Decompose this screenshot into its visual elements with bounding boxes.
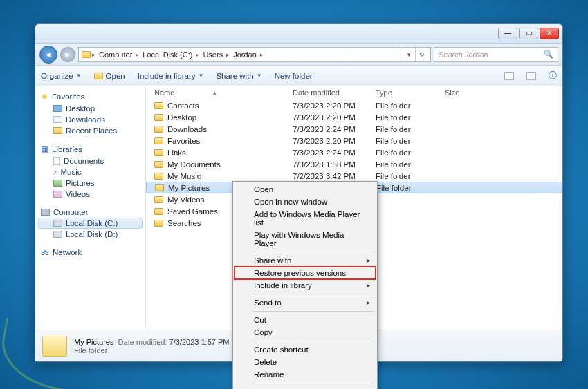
chevron-down-icon: ▼ (76, 73, 82, 79)
documents-icon (53, 157, 60, 165)
folder-icon (94, 73, 103, 79)
maximize-button[interactable]: ▭ (519, 28, 538, 39)
command-toolbar: Organize▼ Open Include in library▼ Share… (35, 66, 562, 86)
ctx-send-to[interactable]: Send to (235, 296, 376, 309)
sidebar-item-videos[interactable]: Videos (38, 189, 143, 200)
folder-icon (154, 137, 163, 144)
new-folder-button[interactable]: New folder (275, 72, 313, 80)
file-type: File folder (376, 172, 445, 180)
network-header[interactable]: 🖧Network (38, 247, 143, 258)
details-type: File folder (74, 346, 229, 354)
minimize-button[interactable]: — (498, 28, 517, 39)
file-type: File folder (376, 184, 445, 192)
folder-icon (154, 208, 163, 215)
column-type[interactable]: Type (376, 88, 445, 97)
column-name[interactable]: Name▲ (154, 88, 293, 97)
share-with-menu[interactable]: Share with▼ (216, 72, 261, 80)
file-row[interactable]: My Music7/2/2023 3:42 PMFile folder (146, 170, 562, 182)
sidebar-item-documents[interactable]: Documents (38, 155, 143, 167)
file-row[interactable]: Desktop7/3/2023 2:20 PMFile folder (146, 111, 562, 123)
address-dropdown[interactable]: ▾ (403, 48, 415, 61)
ctx-copy[interactable]: Copy (235, 326, 376, 339)
sidebar-item-downloads[interactable]: Downloads (38, 114, 143, 125)
ctx-include-in-library[interactable]: Include in library (235, 279, 376, 292)
ctx-play-wmp[interactable]: Play with Windows Media Player (235, 229, 376, 249)
sidebar-item-desktop[interactable]: Desktop (38, 103, 143, 114)
forward-button[interactable]: ► (60, 47, 75, 62)
close-button[interactable]: ✕ (540, 28, 559, 39)
file-name: My Music (167, 172, 201, 180)
ctx-restore-previous-versions[interactable]: Restore previous versions (235, 267, 376, 279)
menu-divider (252, 311, 374, 312)
sidebar-item-diskc[interactable]: Local Disk (C:) (38, 218, 143, 229)
ctx-open-new-window[interactable]: Open in new window (235, 196, 376, 208)
ctx-create-shortcut[interactable]: Create shortcut (235, 343, 376, 356)
organize-menu[interactable]: Organize▼ (41, 72, 82, 80)
ctx-open[interactable]: Open (235, 183, 376, 196)
search-input[interactable]: Search Jordan 🔍 (434, 47, 558, 62)
chevron-right-icon: ▸ (194, 51, 201, 58)
sidebar-item-music[interactable]: ♪Music (38, 167, 143, 178)
help-button[interactable]: ⓘ (549, 70, 557, 81)
file-row[interactable]: Links7/3/2023 2:24 PMFile folder (146, 146, 562, 158)
file-row[interactable]: My Documents7/3/2023 1:58 PMFile folder (146, 158, 562, 170)
libraries-header[interactable]: ▦Libraries (38, 143, 143, 155)
downloads-icon (53, 116, 62, 123)
folder-icon (154, 220, 163, 227)
crumb-jordan[interactable]: Jordan (231, 50, 259, 59)
file-name: Links (167, 149, 186, 157)
column-size[interactable]: Size (445, 88, 500, 97)
file-type: File folder (376, 125, 445, 133)
preview-pane-button[interactable] (526, 72, 536, 80)
back-button[interactable]: ◄ (39, 46, 57, 64)
chevron-right-icon: ▸ (91, 51, 97, 58)
folder-large-icon (42, 336, 67, 357)
titlebar[interactable]: — ▭ ✕ (35, 24, 562, 44)
favorites-header[interactable]: ★Favorites (38, 91, 143, 103)
computer-header[interactable]: Computer (38, 207, 143, 218)
sidebar-item-pictures[interactable]: Pictures (38, 178, 143, 189)
include-library-menu[interactable]: Include in library▼ (138, 72, 204, 80)
view-options-button[interactable] (504, 72, 514, 80)
menu-divider (252, 252, 374, 252)
open-button[interactable]: Open (94, 72, 125, 80)
file-row[interactable]: Contacts7/3/2023 2:20 PMFile folder (146, 99, 562, 111)
file-row[interactable]: Downloads7/3/2023 2:24 PMFile folder (146, 123, 562, 135)
column-headers[interactable]: Name▲ Date modified Type Size (146, 86, 562, 99)
file-name: Contacts (167, 102, 199, 110)
details-title: My Pictures (74, 338, 113, 346)
breadcrumb-box[interactable]: ▸ Computer ▸ Local Disk (C:) ▸ Users ▸ J… (78, 47, 431, 62)
sidebar-item-diskd[interactable]: Local Disk (D:) (38, 229, 143, 240)
context-menu: Open Open in new window Add to Windows M… (232, 181, 378, 389)
sidebar-item-recent[interactable]: Recent Places (38, 125, 143, 136)
file-row[interactable]: Favorites7/3/2023 2:20 PMFile folder (146, 135, 562, 146)
crumb-computer[interactable]: Computer (97, 50, 134, 59)
ctx-properties[interactable]: Properties (235, 386, 376, 389)
chevron-right-icon: ▸ (225, 51, 231, 58)
ctx-cut[interactable]: Cut (235, 314, 376, 326)
search-icon: 🔍 (544, 50, 553, 59)
refresh-button[interactable]: ↻ (415, 48, 428, 61)
ctx-rename[interactable]: Rename (235, 368, 376, 381)
file-name: My Videos (167, 196, 204, 204)
folder-icon (154, 173, 163, 180)
star-icon: ★ (41, 92, 48, 102)
folder-icon (155, 184, 164, 191)
file-name: Searches (167, 219, 201, 227)
details-meta-value: 7/3/2023 1:57 PM (169, 338, 230, 346)
ctx-delete[interactable]: Delete (235, 356, 376, 368)
ctx-add-wmp-list[interactable]: Add to Windows Media Player list (235, 208, 376, 229)
crumb-users[interactable]: Users (201, 50, 225, 59)
file-date: 7/3/2023 2:20 PM (293, 137, 376, 145)
chevron-down-icon: ▼ (257, 73, 262, 79)
ctx-share-with[interactable]: Share with (235, 254, 376, 267)
file-date: 7/3/2023 2:20 PM (293, 113, 376, 122)
crumb-diskc[interactable]: Local Disk (C:) (140, 50, 194, 59)
file-type: File folder (376, 149, 445, 157)
file-name: My Pictures (168, 184, 210, 192)
column-date[interactable]: Date modified (293, 88, 376, 97)
file-name: Desktop (167, 113, 196, 122)
file-name: Favorites (167, 137, 200, 145)
folder-icon (154, 114, 163, 121)
file-date: 7/3/2023 2:24 PM (293, 149, 376, 157)
